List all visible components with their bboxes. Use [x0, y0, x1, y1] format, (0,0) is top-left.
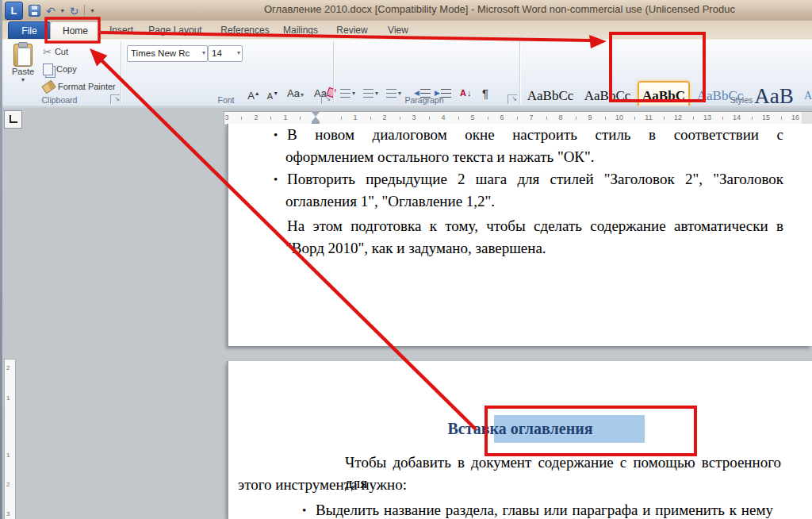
format-painter-icon: [41, 79, 56, 94]
font-size-select[interactable]: 14 ▾: [208, 45, 243, 62]
ruler-number: 8: [558, 113, 562, 121]
ruler-number: 16: [791, 113, 799, 121]
ruler-tick: [605, 117, 606, 120]
ruler-tick: [752, 117, 753, 120]
ruler-number: 11: [645, 113, 652, 121]
sort-button[interactable]: А↓: [460, 85, 471, 101]
document-area: 32112345678910111213141516 21123 В новом…: [0, 110, 812, 519]
ruler-number: 2: [6, 364, 10, 371]
ruler-tick: [634, 117, 635, 120]
tab-insert[interactable]: Insert: [103, 21, 140, 39]
ruler-tick: [241, 117, 242, 120]
ruler-number: 10: [615, 113, 623, 121]
window-left-border: [0, 0, 2, 519]
doc-text-line[interactable]: оформлением остального текста и нажать "…: [285, 147, 595, 167]
ruler-number: 2: [6, 481, 10, 488]
doc-bullet-item[interactable]: Выделить название раздела, главы или пар…: [316, 500, 773, 519]
ruler-tick: [341, 117, 342, 120]
format-painter-button[interactable]: Format Painter: [43, 79, 116, 94]
cut-button[interactable]: ✂ Cut: [43, 44, 68, 60]
ruler-number: 1: [283, 113, 287, 121]
group-separator: [121, 41, 121, 103]
doc-text-line[interactable]: этого инструмента нужно:: [238, 475, 407, 495]
ruler-number: 15: [762, 113, 770, 121]
ruler-number: 13: [703, 113, 711, 121]
tab-selector-button[interactable]: [4, 110, 22, 129]
ruler-tick: [546, 117, 547, 120]
word-window: L ↶ ▾ ↻ ▾ Оглавление 2010.docx [Compatib…: [0, 0, 812, 519]
shrink-font-button[interactable]: A▼: [265, 85, 281, 102]
ruler-number: 7: [529, 113, 533, 121]
font-dialog-launcher[interactable]: ↘: [321, 94, 331, 104]
ruler-tick: [300, 117, 301, 120]
page-1[interactable]: В новом диалоговом окне настроить стиль …: [228, 124, 812, 346]
ruler-tick: [517, 117, 518, 120]
ruler-tick: [400, 117, 400, 120]
clipboard-dialog-launcher[interactable]: ↘: [110, 94, 120, 104]
paste-dropdown-icon[interactable]: ▾: [6, 76, 40, 83]
bullets-button[interactable]: ▾: [340, 85, 355, 101]
vertical-ruler[interactable]: 21123: [4, 359, 16, 519]
doc-heading[interactable]: Вставка оглавления: [228, 415, 812, 443]
tab-view[interactable]: View: [382, 21, 414, 39]
undo-icon[interactable]: ↶: [46, 3, 56, 19]
ruler-number: 2: [382, 113, 386, 121]
paste-icon: [13, 44, 33, 67]
ruler-number: 1: [6, 394, 10, 402]
ribbon-tab-row: File Home Insert Page Layout References …: [0, 21, 812, 39]
ruler-number: 3: [6, 510, 10, 517]
doc-bullet-item[interactable]: В новом диалоговом окне настроить стиль …: [287, 125, 783, 145]
undo-dropdown-icon[interactable]: ▾: [61, 7, 64, 14]
font-name-select[interactable]: Times New Rc ▾: [127, 45, 208, 62]
qat-separator: [84, 5, 85, 17]
redo-icon[interactable]: ↻: [70, 3, 79, 19]
doc-bullet-item[interactable]: Повторить предыдущие 2 шага для стилей "…: [287, 169, 783, 190]
copy-icon: [43, 63, 53, 75]
group-separator: [333, 41, 334, 103]
font-name-dropdown-icon[interactable]: ▾: [202, 46, 205, 60]
ruler-number: 6: [500, 113, 504, 121]
doc-text-line[interactable]: На этом подготовка к тому, чтобы сделать…: [287, 216, 783, 236]
ruler-number: 14: [733, 113, 741, 121]
ruler-number: 4: [441, 113, 445, 121]
tab-references[interactable]: References: [219, 21, 271, 39]
copy-label: Copy: [56, 64, 77, 74]
format-painter-label: Format Painter: [58, 82, 116, 91]
tab-file[interactable]: File: [8, 21, 51, 40]
ruler-right-margin: [802, 112, 812, 125]
tab-home[interactable]: Home: [50, 21, 101, 40]
paste-button[interactable]: Paste ▾: [6, 42, 40, 102]
styles-group-label: Styles: [706, 95, 777, 105]
doc-text-line[interactable]: "Ворд 2010", как и задумано, завершена.: [285, 238, 546, 259]
save-icon[interactable]: [29, 5, 40, 17]
qat-customize-icon[interactable]: ▾: [90, 7, 94, 14]
ruler-number: 12: [674, 113, 682, 121]
font-name-value: Times New Rc: [131, 48, 190, 58]
ruler-tick: [664, 117, 665, 120]
doc-text-line[interactable]: оглавления 1", "Оглавление 1,2".: [285, 191, 495, 212]
ruler-number: 9: [588, 113, 592, 121]
ruler-tick: [488, 117, 488, 120]
scissors-icon: ✂: [43, 46, 52, 58]
ruler-tick: [458, 117, 459, 120]
paste-label: Paste: [6, 67, 40, 76]
window-title: Оглавление 2010.docx [Compatibility Mode…: [264, 3, 735, 15]
doc-text-line[interactable]: Чтобы добавить в документ содержание с п…: [345, 452, 781, 473]
cut-label: Cut: [55, 47, 68, 56]
tab-page-layout[interactable]: Page Layout: [147, 21, 203, 39]
ribbon: Paste ▾ ✂ Cut Copy Format Painter Clipbo…: [0, 39, 812, 106]
ruler-tick: [270, 117, 271, 120]
tab-review[interactable]: Review: [333, 21, 371, 39]
font-size-dropdown-icon[interactable]: ▾: [237, 46, 240, 60]
word-logo-icon[interactable]: L: [5, 2, 23, 20]
tab-mailings[interactable]: Mailings: [279, 21, 322, 39]
title-bar: L ↶ ▾ ↻ ▾ Оглавление 2010.docx [Compatib…: [0, 0, 812, 21]
copy-button[interactable]: Copy: [43, 61, 77, 77]
numbering-button[interactable]: ▾: [363, 85, 378, 101]
ruler-number: 1: [6, 452, 10, 459]
change-case-button[interactable]: Aa▾: [287, 85, 304, 102]
page-2[interactable]: Вставка оглавления Чтобы добавить в доку…: [228, 361, 812, 519]
show-hide-pilcrow-button[interactable]: ¶: [482, 85, 488, 101]
paragraph-dialog-launcher[interactable]: ↘: [508, 94, 517, 104]
indent-marker[interactable]: [312, 112, 320, 125]
